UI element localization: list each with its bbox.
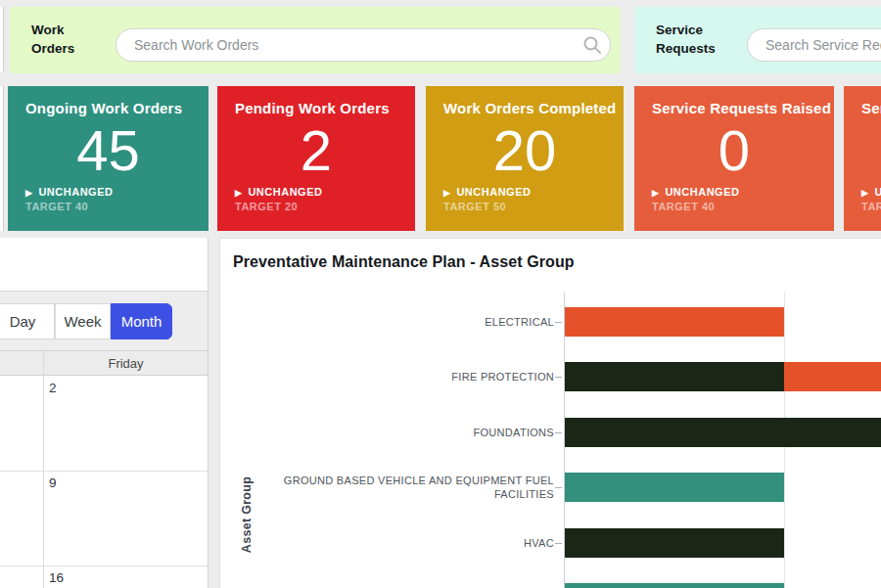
category-label-hvac: HVAC [259,536,554,550]
kpi-target: TARG [861,201,881,212]
calendar-day-button[interactable]: Day [0,303,55,339]
work-orders-search-input[interactable] [116,28,611,62]
kpi-title: Service Requests Raised [652,100,831,116]
category-label-fire-protection: FIRE PROTECTION [259,370,554,384]
pm-plan-chart-panel: Preventative Maintenance Plan - Asset Gr… [219,238,881,588]
service-requests-search-input[interactable] [747,28,881,62]
calendar-day-cell[interactable]: 9 [44,471,208,565]
trend-icon: ▶ [25,188,32,198]
clipped-left-card-edge [0,86,4,231]
bar-segment-dark[interactable] [565,418,881,447]
kpi-card-pending-work-orders[interactable]: Pending Work Orders 2 ▶UNCHANGED TARGET … [217,86,415,231]
kpi-card-clipped[interactable]: Serv ▶UN TARG [844,86,881,231]
kpi-value: 45 [8,121,209,180]
bar-clipped-bottom[interactable] [565,583,784,588]
trend-icon: ▶ [235,188,242,198]
axis-tick [555,432,562,433]
axis-tick [555,322,562,323]
service-requests-search-panel: Service Requests [634,7,881,73]
category-label-electrical: ELECTRICAL [259,315,554,329]
facilities-dashboard: Work Orders Service Requests Ongoing Wor… [0,0,881,588]
calendar-week-button[interactable]: Week [55,303,111,339]
kpi-value: 0 [634,121,834,180]
kpi-target: TARGET 40 [652,201,715,212]
kpi-title: Pending Work Orders [235,100,390,116]
kpi-value: 20 [426,121,624,180]
axis-tick [555,543,562,544]
work-orders-search-panel: Work Orders [10,7,621,73]
bar-segment-orange[interactable] [784,362,881,391]
kpi-card-service-requests-raised[interactable]: Service Requests Raised 0 ▶UNCHANGED TAR… [634,86,834,231]
work-orders-label: Work Orders [31,21,92,58]
axis-tick [555,377,562,378]
calendar-panel-border [208,238,209,588]
calendar-day-cell[interactable]: 16 [44,565,208,588]
bar-segment-dark[interactable] [565,528,784,558]
bar-ground-fuel-facilities[interactable] [565,473,784,502]
trend-icon: ▶ [443,188,450,198]
calendar-weekday-header-row: Friday [0,350,208,376]
bar-segment-teal[interactable] [565,583,784,588]
kpi-status-text: UNCHANGED [665,186,739,198]
kpi-value: 2 [217,121,415,180]
bar-hvac[interactable] [565,528,784,558]
kpi-target: TARGET 20 [235,201,298,212]
kpi-status-text: UNCHANGED [456,186,531,198]
kpi-card-ongoing-work-orders[interactable]: Ongoing Work Orders 45 ▶UNCHANGED TARGET… [8,86,209,231]
bar-foundations[interactable] [565,418,881,447]
bar-segment-dark[interactable] [565,362,784,391]
calendar-month-button[interactable]: Month [111,303,172,339]
calendar-date: 9 [49,475,57,490]
kpi-status-text: UN [874,186,881,198]
kpi-status-text: UNCHANGED [248,186,322,198]
category-label-foundations: FOUNDATIONS [259,426,554,439]
calendar-date: 2 [49,381,57,395]
trend-icon: ▶ [861,188,868,198]
calendar-day-cell[interactable]: 2 [44,376,208,470]
bar-segment-orange[interactable] [565,307,784,337]
trend-icon: ▶ [652,188,659,198]
kpi-card-work-orders-completed[interactable]: Work Orders Completed 20 ▶UNCHANGED TARG… [426,86,624,231]
bar-electrical[interactable] [565,307,784,337]
service-requests-label: Service Requests [656,21,724,58]
kpi-target: TARGET 50 [443,201,506,212]
bar-fire-protection[interactable] [565,362,881,391]
calendar-weekday-header: Friday [44,351,208,376]
category-label-ground-fuel-facilities: GROUND BASED VEHICLE AND EQUIPMENT FUEL … [259,474,554,501]
kpi-target: TARGET 40 [25,201,88,212]
axis-tick [555,487,562,488]
kpi-title: Work Orders Completed [443,100,616,116]
chart-title: Preventative Maintenance Plan - Asset Gr… [233,253,575,271]
calendar-toolbar [0,238,208,292]
kpi-status-text: UNCHANGED [38,186,113,198]
clipped-left-panel-edge [0,7,4,71]
chart-y-axis-label: Asset Group [240,476,254,553]
kpi-title: Ongoing Work Orders [25,100,182,116]
kpi-title: Serv [861,100,881,116]
calendar-date: 16 [49,570,64,585]
bar-segment-teal[interactable] [565,473,784,502]
